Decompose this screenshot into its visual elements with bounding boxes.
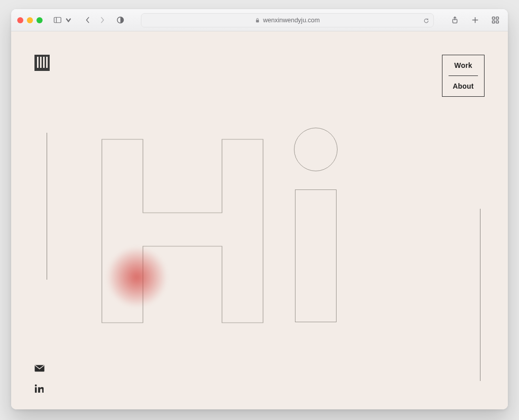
svg-rect-10 [492,21,495,23]
reload-icon[interactable] [423,18,429,24]
safari-window: wenxinwendyju.com [11,9,508,409]
page-viewport: Work About [11,31,508,409]
decorative-line-right [480,209,480,381]
hero-graphic [11,31,508,409]
privacy-shield-button[interactable] [114,15,127,26]
svg-rect-3 [256,20,259,22]
svg-rect-19 [35,387,37,393]
svg-rect-0 [54,17,61,23]
decorative-line-left [47,133,47,280]
share-button[interactable] [448,15,461,26]
social-links [34,365,45,392]
window-controls [17,17,43,23]
svg-rect-11 [496,21,498,23]
address-bar-text: wenxinwendyju.com [263,17,320,24]
tab-group-menu-button[interactable] [65,15,72,26]
email-link[interactable] [34,365,45,373]
forward-button[interactable] [95,15,108,26]
svg-rect-9 [496,17,498,19]
tab-overview-button[interactable] [489,15,502,26]
back-button[interactable] [81,15,94,26]
linkedin-link[interactable] [34,384,45,392]
minimize-window-button[interactable] [27,17,33,23]
letter-i-outline [295,128,338,322]
letter-h-outline [101,139,264,323]
linkedin-icon [34,384,44,393]
close-window-button[interactable] [17,17,23,23]
svg-point-18 [35,385,37,387]
browser-toolbar: wenxinwendyju.com [11,9,508,31]
svg-rect-8 [492,17,495,19]
mail-icon [34,365,45,372]
fullscreen-window-button[interactable] [36,17,43,23]
letter-i-stem [295,189,337,322]
lock-icon [255,18,260,23]
new-tab-button[interactable] [468,15,481,26]
sidebar-toggle-button[interactable] [51,15,64,26]
address-bar[interactable]: wenxinwendyju.com [141,13,434,27]
letter-i-dot [294,128,338,171]
